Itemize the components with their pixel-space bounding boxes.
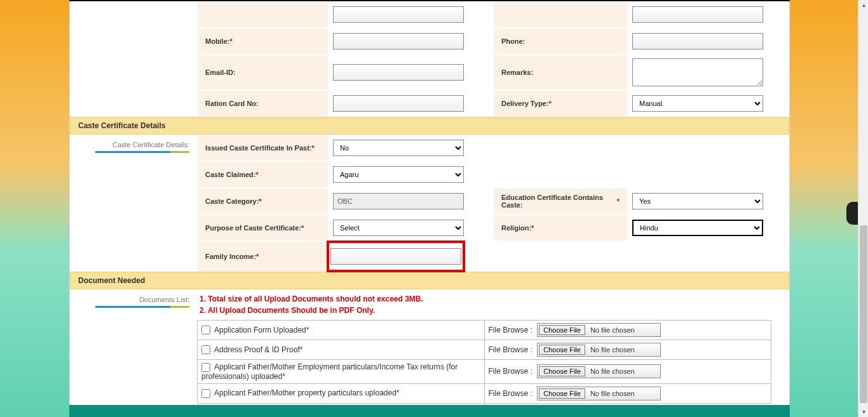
doc-checkbox-0[interactable] bbox=[201, 326, 210, 334]
row-mobile: Mobile:* bbox=[197, 28, 493, 55]
required-mark: * bbox=[617, 197, 620, 205]
row-delivery: Delivery Type:* Manual bbox=[493, 90, 789, 117]
label-phone: Phone: bbox=[494, 29, 627, 54]
caste-section-header: Caste Certificate Details bbox=[70, 117, 789, 135]
row-prev-right bbox=[493, 1, 789, 28]
file-browse-label: File Browse : bbox=[489, 389, 535, 398]
doc-notes: 1. Total size of all Upload Documents sh… bbox=[197, 289, 789, 320]
row-category: Caste Category:* bbox=[197, 188, 493, 215]
required-mark: * bbox=[256, 253, 259, 260]
row-email: Email-ID: bbox=[197, 55, 493, 90]
required-mark: * bbox=[259, 197, 261, 205]
form-content: Mobile:* Phone: Email-ID: Remarks: bbox=[69, 1, 790, 417]
label-prev-right bbox=[494, 2, 627, 27]
label-claimed: Caste Claimed:* bbox=[198, 162, 328, 187]
required-mark: * bbox=[255, 171, 258, 178]
side-notch bbox=[846, 202, 858, 225]
input-ration[interactable] bbox=[333, 95, 464, 112]
label-purpose: Purpose of Caste Certificate:* bbox=[198, 215, 328, 241]
required-mark: * bbox=[312, 144, 315, 152]
required-mark: * bbox=[282, 372, 285, 381]
file-status: No file chosen bbox=[587, 390, 660, 397]
input-category bbox=[333, 193, 464, 209]
required-mark: * bbox=[306, 326, 309, 334]
row-income: Family Income:* bbox=[197, 241, 789, 272]
choose-file-button[interactable]: Choose File bbox=[539, 388, 585, 399]
doc-row: Applicant Father/Mother property particu… bbox=[198, 383, 771, 403]
choose-file-button[interactable]: Choose File bbox=[539, 345, 585, 355]
scroll-down-icon[interactable]: ▾ bbox=[860, 408, 867, 416]
doc-checkbox-1[interactable] bbox=[201, 345, 210, 354]
choose-file-button[interactable]: Choose File bbox=[539, 366, 585, 376]
label-category: Caste Category:* bbox=[198, 189, 328, 214]
doc-note1: 1. Total size of all Upload Documents sh… bbox=[200, 293, 787, 305]
scroll-thumb[interactable] bbox=[860, 225, 867, 403]
file-input-3[interactable]: Choose FileNo file chosen bbox=[537, 387, 660, 400]
row-religion: Religion:* Hindu bbox=[493, 215, 789, 241]
doc-section-header: Document Needed bbox=[70, 272, 789, 289]
file-browse-label: File Browse : bbox=[489, 367, 535, 376]
choose-file-button[interactable]: Choose File bbox=[539, 325, 585, 335]
caste-side: Caste Certificate Details: bbox=[70, 135, 197, 272]
textarea-remarks[interactable] bbox=[632, 58, 763, 86]
page-background: Mobile:* Phone: Email-ID: Remarks: bbox=[0, 0, 868, 417]
required-mark: * bbox=[230, 37, 233, 45]
row-purpose: Purpose of Caste Certificate:* Select bbox=[197, 215, 493, 241]
label-prev-left bbox=[198, 2, 328, 27]
select-religion[interactable]: Hindu bbox=[632, 220, 763, 236]
doc-table: Application Form Uploaded* File Browse :… bbox=[197, 320, 771, 404]
file-status: No file chosen bbox=[587, 326, 660, 334]
file-input-2[interactable]: Choose FileNo file chosen bbox=[537, 364, 660, 378]
file-browse-label: File Browse : bbox=[489, 345, 535, 354]
label-remarks: Remarks: bbox=[494, 55, 627, 89]
required-mark: * bbox=[548, 100, 551, 107]
file-input-1[interactable]: Choose FileNo file chosen bbox=[537, 343, 660, 357]
label-ration: Ration Card No: bbox=[198, 91, 328, 116]
row-phone: Phone: bbox=[493, 28, 789, 55]
file-browse-label: File Browse : bbox=[489, 326, 535, 334]
side-underline bbox=[95, 306, 189, 308]
label-religion: Religion:* bbox=[494, 215, 627, 241]
income-highlight bbox=[328, 242, 464, 271]
input-income[interactable] bbox=[330, 248, 461, 265]
input-mobile[interactable] bbox=[333, 33, 464, 50]
select-edu[interactable]: Yes bbox=[632, 193, 763, 209]
side-underline bbox=[95, 151, 189, 153]
applicant-side bbox=[70, 1, 197, 117]
input-prev-left[interactable] bbox=[333, 6, 464, 23]
select-delivery[interactable]: Manual bbox=[632, 95, 763, 112]
input-prev-right[interactable] bbox=[632, 6, 763, 23]
caste-side-title: Caste Certificate Details: bbox=[70, 141, 189, 149]
input-email[interactable] bbox=[333, 64, 464, 81]
select-purpose[interactable]: Select bbox=[333, 220, 464, 236]
row-prev-left bbox=[197, 1, 493, 28]
doc-right: 1. Total size of all Upload Documents sh… bbox=[197, 289, 789, 417]
required-mark: * bbox=[397, 388, 400, 397]
caste-section: Caste Certificate Details: Issued Caste … bbox=[70, 135, 789, 272]
label-mobile: Mobile:* bbox=[198, 29, 328, 54]
doc-label-1: Address Proof & ID Proof bbox=[214, 345, 300, 354]
required-mark: * bbox=[531, 224, 534, 232]
applicant-section: Mobile:* Phone: Email-ID: Remarks: bbox=[70, 1, 789, 117]
doc-checkbox-3[interactable] bbox=[201, 389, 210, 398]
doc-side: Documents List: bbox=[70, 289, 197, 417]
label-delivery: Delivery Type:* bbox=[494, 91, 627, 116]
row-issued: Issued Caste Certificate In Past:* No bbox=[197, 135, 789, 161]
row-remarks: Remarks: bbox=[493, 55, 789, 90]
doc-label-2: Applicant Father/Mother Employment parti… bbox=[201, 362, 458, 381]
scrollbar[interactable]: ▴ ▾ bbox=[858, 0, 868, 417]
doc-side-title: Documents List: bbox=[70, 296, 189, 303]
scroll-up-icon[interactable]: ▴ bbox=[860, 1, 867, 9]
input-phone[interactable] bbox=[632, 33, 763, 50]
doc-checkbox-2[interactable] bbox=[201, 363, 210, 372]
label-edu: Education Certificate Contains Caste:* bbox=[494, 189, 627, 214]
required-mark: * bbox=[301, 224, 304, 232]
file-status: No file chosen bbox=[587, 346, 660, 354]
row-ration: Ration Card No: bbox=[197, 90, 493, 117]
select-issued[interactable]: No bbox=[333, 140, 464, 156]
file-input-0[interactable]: Choose FileNo file chosen bbox=[537, 323, 660, 337]
row-edu: Education Certificate Contains Caste:* Y… bbox=[493, 188, 789, 215]
doc-note2: 2. All Upload Documents Should be in PDF… bbox=[200, 305, 787, 316]
select-claimed[interactable]: Agaru bbox=[333, 166, 464, 183]
doc-label-0: Application Form Uploaded bbox=[214, 326, 306, 334]
